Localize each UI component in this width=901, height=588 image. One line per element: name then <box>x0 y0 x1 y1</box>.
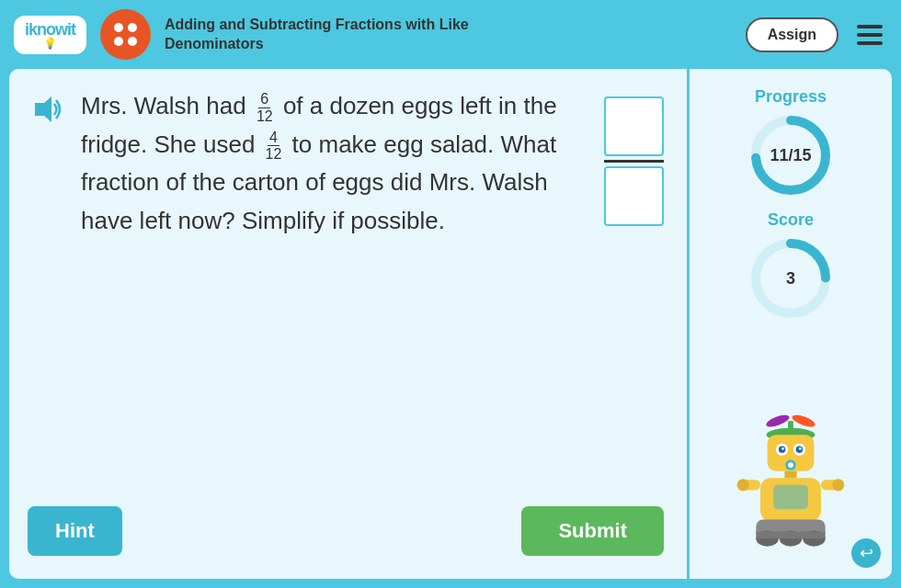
dice-dots <box>107 16 144 53</box>
score-section: Score 3 <box>749 210 832 320</box>
main-area: Mrs. Walsh had 6 12 of a dozen eggs left… <box>9 69 892 579</box>
progress-label: Progress <box>755 87 827 107</box>
dot <box>128 37 137 46</box>
dot <box>128 23 137 32</box>
question-text: Mrs. Walsh had 6 12 of a dozen eggs left… <box>81 87 576 240</box>
hint-button[interactable]: Hint <box>28 506 122 556</box>
progress-section: Progress 11/15 <box>749 87 832 197</box>
score-label: Score <box>768 210 814 230</box>
hamburger-line <box>857 41 883 45</box>
dot <box>114 23 123 32</box>
submit-button[interactable]: Submit <box>521 506 664 556</box>
svg-point-15 <box>799 447 802 450</box>
fraction-2: 4 12 <box>264 130 284 163</box>
svg-point-7 <box>765 413 791 429</box>
svg-point-22 <box>737 479 749 491</box>
header: iknowit 💡 Adding and Subtracting Fractio… <box>0 0 901 69</box>
score-value: 3 <box>786 269 795 288</box>
question-content: Mrs. Walsh had 6 12 of a dozen eggs left… <box>81 87 664 497</box>
assign-button[interactable]: Assign <box>746 17 838 52</box>
svg-marker-0 <box>35 96 51 122</box>
bottom-bar: Hint Submit <box>28 497 664 560</box>
right-panel: Progress 11/15 Score 3 <box>690 69 892 579</box>
denominator-input[interactable] <box>604 166 664 226</box>
dot <box>114 37 123 46</box>
lesson-title: Adding and Subtracting Fractions with Li… <box>165 16 732 54</box>
dice-icon <box>100 9 151 60</box>
hamburger-line <box>857 33 883 37</box>
answer-boxes <box>604 96 664 226</box>
svg-rect-20 <box>773 485 808 509</box>
fraction-divider <box>604 160 664 163</box>
sound-button[interactable] <box>28 92 63 497</box>
logo-text: iknowit <box>25 21 75 38</box>
question-area: Mrs. Walsh had 6 12 of a dozen eggs left… <box>28 87 664 497</box>
mascot-area <box>731 334 850 560</box>
svg-rect-6 <box>788 421 793 436</box>
back-arrow-button[interactable]: ↩ <box>851 538 881 568</box>
svg-point-8 <box>791 413 816 429</box>
numerator-input[interactable] <box>604 96 664 156</box>
robot-mascot <box>731 409 850 556</box>
fraction-1: 6 12 <box>255 91 275 124</box>
svg-point-14 <box>781 447 784 450</box>
progress-circle: 11/15 <box>749 114 832 197</box>
hamburger-line <box>857 25 883 28</box>
svg-point-17 <box>788 462 793 468</box>
hamburger-button[interactable] <box>852 20 887 50</box>
svg-rect-29 <box>756 532 825 539</box>
logo: iknowit 💡 <box>14 16 86 54</box>
score-circle: 3 <box>749 237 832 320</box>
progress-value: 11/15 <box>770 146 811 165</box>
logo-icon: 💡 <box>43 38 57 49</box>
left-panel: Mrs. Walsh had 6 12 of a dozen eggs left… <box>9 69 690 579</box>
svg-point-24 <box>832 479 844 491</box>
svg-rect-18 <box>784 471 796 479</box>
